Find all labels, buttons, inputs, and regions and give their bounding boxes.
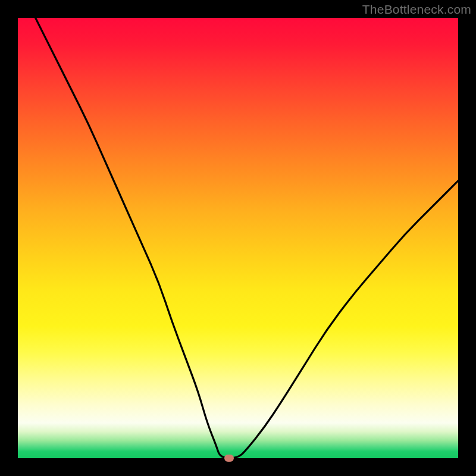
- watermark-text: TheBottleneck.com: [362, 2, 471, 17]
- curve-svg: [18, 18, 458, 458]
- optimal-point-marker: [224, 455, 234, 462]
- bottleneck-curve: [36, 18, 458, 458]
- plot-area: [18, 18, 458, 458]
- chart-stage: TheBottleneck.com: [0, 0, 476, 476]
